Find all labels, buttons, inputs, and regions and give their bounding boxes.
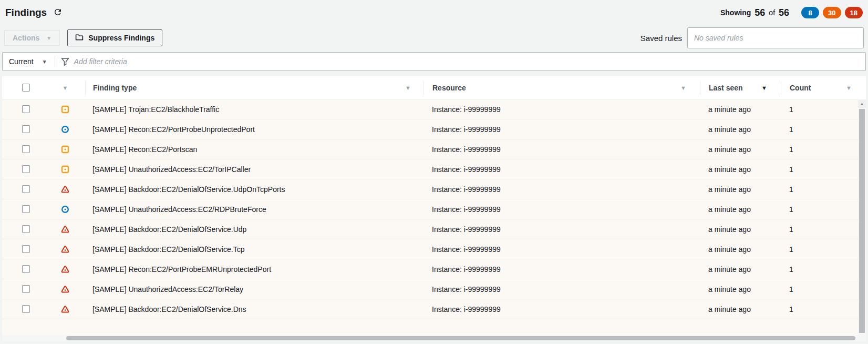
last-seen-cell: a minute ago bbox=[700, 259, 781, 279]
resource-cell: Instance: i-99999999 bbox=[423, 159, 700, 179]
row-checkbox[interactable] bbox=[22, 145, 30, 153]
resource-cell: Instance: i-99999999 bbox=[423, 219, 700, 239]
count-filter-icon[interactable]: ▼ bbox=[846, 85, 852, 91]
horizontal-scrollbar-thumb[interactable] bbox=[66, 336, 855, 340]
filter-funnel-icon bbox=[61, 57, 69, 66]
finding-type-cell[interactable]: [SAMPLE] UnauthorizedAccess:EC2/RDPBrute… bbox=[85, 199, 423, 219]
count-cell: 1 bbox=[781, 239, 858, 259]
finding-type-cell[interactable]: [SAMPLE] Recon:EC2/PortProbeEMRUnprotect… bbox=[85, 259, 423, 279]
finding-type-cell[interactable]: [SAMPLE] Backdoor:EC2/DenialOfService.Ud… bbox=[85, 179, 423, 199]
row-checkbox[interactable] bbox=[22, 245, 30, 253]
count-column-header[interactable]: Count ▼ bbox=[781, 81, 858, 95]
suppress-findings-label: Suppress Findings bbox=[88, 34, 154, 42]
row-checkbox[interactable] bbox=[22, 205, 30, 213]
table-header-row: ▼ Finding type ▼ Resource ▼ Last seen ▼ … bbox=[2, 76, 858, 99]
row-checkbox[interactable] bbox=[22, 105, 30, 113]
medium-severity-icon bbox=[61, 165, 69, 174]
finding-type-cell[interactable]: [SAMPLE] UnauthorizedAccess:EC2/TorRelay bbox=[85, 279, 423, 299]
table-row[interactable]: [SAMPLE] Trojan:EC2/BlackholeTraffic Ins… bbox=[2, 99, 858, 119]
last-seen-cell: a minute ago bbox=[700, 99, 781, 119]
finding-type-cell[interactable]: [SAMPLE] Backdoor:EC2/DenialOfService.Dn… bbox=[85, 299, 423, 319]
finding-type-cell[interactable]: [SAMPLE] Recon:EC2/PortProbeUnprotectedP… bbox=[85, 119, 423, 139]
resource-column-header[interactable]: Resource ▼ bbox=[423, 81, 700, 95]
severity-count-badges: 83018 bbox=[801, 7, 863, 18]
medium-severity-icon bbox=[61, 145, 69, 154]
count-cell: 1 bbox=[781, 159, 858, 179]
resource-filter-icon[interactable]: ▼ bbox=[680, 85, 686, 91]
chevron-down-icon: ▼ bbox=[42, 59, 47, 65]
finding-type-cell[interactable]: [SAMPLE] Recon:EC2/Portscan bbox=[85, 139, 423, 159]
filter-scope-dropdown[interactable]: Current ▼ bbox=[3, 53, 55, 70]
table-row[interactable]: [SAMPLE] Backdoor:EC2/DenialOfService.Tc… bbox=[2, 239, 858, 259]
low-count-badge: 8 bbox=[801, 7, 819, 18]
page-title: Findings bbox=[5, 7, 47, 18]
refresh-button[interactable] bbox=[53, 7, 63, 18]
resource-cell: Instance: i-99999999 bbox=[423, 299, 700, 319]
severity-filter-icon[interactable]: ▼ bbox=[63, 85, 68, 91]
resource-cell: Instance: i-99999999 bbox=[423, 99, 700, 119]
high-severity-icon bbox=[61, 245, 69, 254]
vertical-scrollbar[interactable]: ▲ bbox=[858, 99, 866, 335]
filter-bar: Current ▼ Add filter criteria bbox=[2, 52, 866, 71]
saved-rules-label: Saved rules bbox=[640, 34, 682, 43]
row-checkbox[interactable] bbox=[22, 165, 30, 173]
high-severity-icon bbox=[61, 285, 69, 294]
partial-row bbox=[2, 319, 858, 335]
table-row[interactable]: [SAMPLE] Recon:EC2/Portscan Instance: i-… bbox=[2, 139, 858, 159]
high-severity-icon bbox=[61, 225, 69, 234]
saved-rules-placeholder: No saved rules bbox=[694, 34, 743, 42]
filter-scope-value: Current bbox=[9, 57, 34, 66]
saved-rules-select[interactable]: No saved rules bbox=[687, 27, 864, 48]
last-seen-cell: a minute ago bbox=[700, 279, 781, 299]
suppress-findings-button[interactable]: Suppress Findings bbox=[67, 29, 162, 46]
actions-button[interactable]: Actions ▼ bbox=[4, 30, 60, 46]
scroll-up-button[interactable]: ▲ bbox=[858, 99, 866, 108]
last-seen-cell: a minute ago bbox=[700, 179, 781, 199]
last-seen-cell: a minute ago bbox=[700, 159, 781, 179]
resource-cell: Instance: i-99999999 bbox=[423, 119, 700, 139]
table-row[interactable]: [SAMPLE] Recon:EC2/PortProbeUnprotectedP… bbox=[2, 119, 858, 139]
count-cell: 1 bbox=[781, 299, 858, 319]
table-row[interactable]: [SAMPLE] Recon:EC2/PortProbeEMRUnprotect… bbox=[2, 259, 858, 279]
row-checkbox[interactable] bbox=[22, 265, 30, 273]
last-seen-cell: a minute ago bbox=[700, 299, 781, 319]
finding-type-cell[interactable]: [SAMPLE] Backdoor:EC2/DenialOfService.Ud… bbox=[85, 219, 423, 239]
actions-button-label: Actions bbox=[13, 34, 39, 42]
total-count: 56 bbox=[779, 7, 789, 18]
count-cell: 1 bbox=[781, 279, 858, 299]
resource-cell: Instance: i-99999999 bbox=[423, 179, 700, 199]
row-checkbox[interactable] bbox=[22, 285, 30, 293]
last-seen-column-header[interactable]: Last seen ▼ bbox=[700, 81, 781, 95]
count-cell: 1 bbox=[781, 99, 858, 119]
table-row[interactable]: [SAMPLE] UnauthorizedAccess:EC2/RDPBrute… bbox=[2, 199, 858, 219]
medium-count-badge: 30 bbox=[823, 7, 841, 18]
page-header: Findings Showing 56 of 56 83018 bbox=[0, 0, 868, 20]
showing-summary: Showing 56 of 56 83018 bbox=[720, 7, 863, 18]
last-seen-cell: a minute ago bbox=[700, 199, 781, 219]
row-checkbox[interactable] bbox=[22, 125, 30, 133]
table-row[interactable]: [SAMPLE] Backdoor:EC2/DenialOfService.Dn… bbox=[2, 299, 858, 319]
horizontal-scrollbar[interactable] bbox=[2, 335, 866, 341]
medium-severity-icon bbox=[61, 105, 69, 114]
last-seen-cell: a minute ago bbox=[700, 219, 781, 239]
severity-column-header[interactable]: ▼ bbox=[45, 76, 85, 99]
row-checkbox[interactable] bbox=[22, 185, 30, 193]
finding-type-cell[interactable]: [SAMPLE] Trojan:EC2/BlackholeTraffic bbox=[85, 99, 423, 119]
select-all-checkbox[interactable] bbox=[22, 84, 30, 92]
count-cell: 1 bbox=[781, 139, 858, 159]
vertical-scrollbar-thumb[interactable] bbox=[859, 109, 865, 333]
row-checkbox[interactable] bbox=[22, 225, 30, 233]
row-checkbox[interactable] bbox=[22, 305, 30, 313]
filter-criteria-input[interactable]: Add filter criteria bbox=[74, 53, 865, 70]
table-row[interactable]: [SAMPLE] UnauthorizedAccess:EC2/TorRelay… bbox=[2, 279, 858, 299]
last-seen-sort-desc-icon[interactable]: ▼ bbox=[761, 85, 767, 91]
table-row[interactable]: [SAMPLE] Backdoor:EC2/DenialOfService.Ud… bbox=[2, 219, 858, 239]
table-row[interactable]: [SAMPLE] UnauthorizedAccess:EC2/TorIPCal… bbox=[2, 159, 858, 179]
table-row[interactable]: [SAMPLE] Backdoor:EC2/DenialOfService.Ud… bbox=[2, 179, 858, 199]
chevron-down-icon: ▼ bbox=[46, 35, 51, 41]
finding-type-cell[interactable]: [SAMPLE] UnauthorizedAccess:EC2/TorIPCal… bbox=[85, 159, 423, 179]
high-count-badge: 18 bbox=[845, 7, 863, 18]
finding-type-filter-icon[interactable]: ▼ bbox=[405, 85, 411, 91]
finding-type-column-header[interactable]: Finding type ▼ bbox=[85, 81, 423, 95]
finding-type-cell[interactable]: [SAMPLE] Backdoor:EC2/DenialOfService.Tc… bbox=[85, 239, 423, 259]
